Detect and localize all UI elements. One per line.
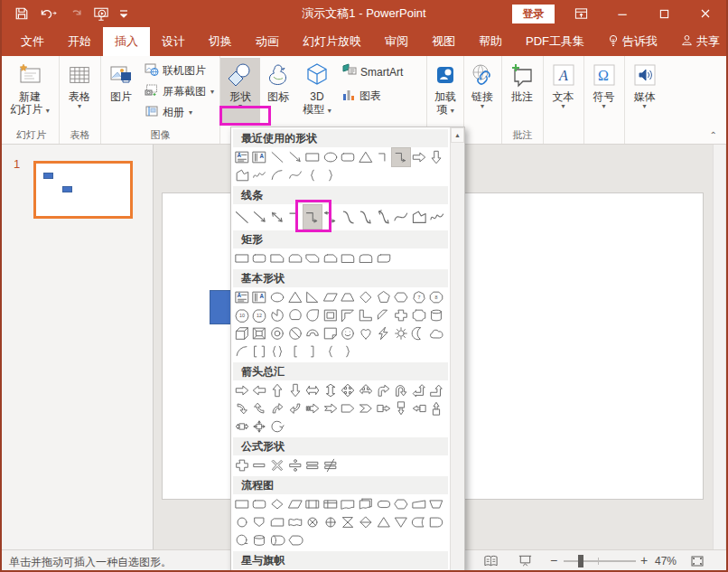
shape-elbow-connector[interactable] [375,148,393,166]
shape-curved-arrow-connector[interactable] [357,205,375,229]
shape-right-triangle[interactable] [303,288,322,306]
shape-dodecagon[interactable]: 12 [251,306,269,324]
shape-right-brace[interactable] [322,166,340,184]
tab-告诉我[interactable]: 告诉我 [596,27,669,56]
shape-cross[interactable] [392,306,410,324]
shape-curved-left-arrow[interactable] [251,399,269,417]
shape-freeform[interactable] [410,205,428,229]
shape-block-arc[interactable] [303,324,322,342]
shape-elbow-arrow-connector[interactable] [392,148,410,166]
shape-left-right-up-arrow[interactable] [357,381,375,399]
shape-fc-stored-data[interactable] [410,513,428,531]
picture-button[interactable]: 图片 [101,58,141,103]
shape-right-arrow-block[interactable] [233,381,251,399]
shape-bent-arrow[interactable] [375,381,393,399]
shape-diamond[interactable] [357,288,375,306]
shape-fc-merge[interactable] [392,513,410,531]
shape-curved-connector[interactable] [340,205,358,229]
shape-curved-down-arrow[interactable] [286,399,304,417]
symbol-button[interactable]: Ω 符号 ▾ [584,58,623,110]
shape-u-turn-arrow[interactable] [392,381,410,399]
fit-slide-icon[interactable] [690,554,705,571]
chart-button[interactable]: 图表 [338,84,425,108]
shape-circular-arrow[interactable] [268,417,286,436]
shape-moon[interactable] [410,324,428,342]
shape-curved-right-arrow[interactable] [233,399,251,417]
shape-snip-round-single[interactable] [322,249,340,267]
shape-eq-equal[interactable] [303,456,322,474]
shape-line-double-arrow[interactable] [268,205,286,229]
shape-down-arrow-callout[interactable] [392,399,410,417]
addins-button[interactable]: 加载 项 ▾ [427,58,463,116]
shape-corner[interactable] [357,306,375,324]
shape-line-arrow[interactable] [251,205,269,229]
shape-fc-summing-junction[interactable] [303,513,322,531]
shape-fc-magnetic-disk[interactable] [251,531,269,549]
shape-left-arrow-block[interactable] [251,381,269,399]
tab-视图[interactable]: 视图 [420,27,467,56]
shape-fc-sequential-storage[interactable] [233,531,251,549]
shape-left-right-arrow-callout[interactable] [233,417,251,436]
shape-line-arrow[interactable] [286,148,304,166]
shape-snip-single-corner[interactable] [268,249,286,267]
collapse-ribbon-icon[interactable]: ⌃ [710,130,717,140]
tab-幻灯片放映[interactable]: 幻灯片放映 [291,27,373,56]
reading-view-icon[interactable] [483,554,499,571]
shape-fc-extract[interactable] [375,513,393,531]
shape-rounded-rectangle[interactable] [340,148,358,166]
online-pictures-button[interactable]: 联机图片 [141,61,218,81]
shape-arc[interactable] [233,342,251,361]
undo-icon[interactable] [39,6,59,21]
shape-fc-sort[interactable] [357,513,375,531]
zoom-out-icon[interactable]: − [550,553,557,567]
tab-共享[interactable]: 共享 [669,27,728,56]
maximize-icon[interactable] [643,0,685,27]
link-button[interactable]: 链接 ▾ [464,58,500,110]
shape-text-box[interactable]: A [233,148,251,166]
shape-scribble[interactable] [428,205,446,229]
shape-rectangle[interactable] [303,148,322,166]
start-slideshow-icon[interactable] [93,6,109,22]
shape-curve[interactable] [286,166,304,184]
shape-left-up-arrow[interactable] [410,381,428,399]
shape-v-text-box[interactable]: A [251,288,269,306]
shape-bent-up-arrow[interactable] [428,381,446,399]
shape-line[interactable] [268,148,286,166]
shape-triangle[interactable] [357,148,375,166]
shape-quad-arrow[interactable] [340,381,358,399]
shape-curve[interactable] [392,205,410,229]
login-button[interactable]: 登录 [512,5,555,23]
icons-button[interactable]: 图标 [260,58,296,103]
shape-lightning-bolt[interactable] [375,324,393,342]
shape-up-arrow-block[interactable] [268,381,286,399]
tab-开始[interactable]: 开始 [56,27,103,56]
shape-fc-direct-access-storage[interactable] [268,531,286,549]
shape-oval[interactable] [322,148,340,166]
save-icon[interactable] [14,6,29,21]
shape-left-right-arrow[interactable] [303,381,322,399]
shape-fc-predefined-process[interactable] [303,495,322,513]
media-button[interactable]: 媒体 ▾ [625,58,664,110]
shape-fc-process[interactable] [233,495,251,513]
tab-设计[interactable]: 设计 [150,27,197,56]
shape-rectangle[interactable] [233,249,251,267]
shape-fc-display[interactable] [286,531,304,549]
shape-curved-up-arrow[interactable] [268,399,286,417]
shape-freeform[interactable] [233,166,251,184]
shape-pentagon-arrow[interactable] [340,399,358,417]
shape-notched-right-arrow[interactable] [322,399,340,417]
shape-fc-data[interactable] [286,495,304,513]
shape-eq-multiply[interactable] [268,456,286,474]
vertical-scrollbar[interactable] [713,145,725,549]
3d-model-button[interactable]: 3D 模型 ▾ [296,58,338,116]
shape-sun[interactable] [392,324,410,342]
shape-striped-right-arrow[interactable] [303,399,322,417]
tab-切换[interactable]: 切换 [197,27,244,56]
shape-heptagon[interactable]: 7 [410,288,428,306]
redo-icon[interactable] [69,6,83,21]
shape-teardrop[interactable] [303,306,322,324]
shape-triangle[interactable] [286,288,304,306]
shape-snip-same-side[interactable] [286,249,304,267]
shape-elbow-connector[interactable] [286,205,304,229]
shape-fc-or[interactable] [322,513,340,531]
